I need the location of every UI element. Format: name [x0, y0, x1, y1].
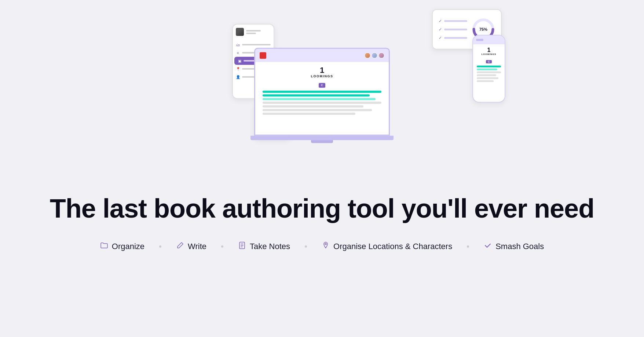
list-icon: ≡ — [236, 51, 240, 55]
text-line-teal-3 — [263, 98, 376, 100]
feature-smash-goals: Smash Goals — [484, 241, 544, 251]
pencil-icon — [176, 241, 184, 251]
location-icon: 📍 — [236, 67, 240, 71]
divider-1 — [159, 245, 161, 248]
checkmark-icon-2: ✓ — [439, 27, 442, 32]
location-pin-icon — [322, 241, 330, 251]
locations-characters-label: Organise Locations & Characters — [333, 242, 452, 251]
text-line-7 — [263, 112, 355, 115]
text-line-teal-1 — [263, 90, 381, 93]
nav-line-1 — [242, 44, 271, 45]
notes-icon — [238, 241, 246, 251]
phone-line-teal-2 — [477, 68, 497, 70]
header-line-1 — [246, 30, 261, 32]
feature-organize: Organize — [100, 241, 144, 251]
laptop-screen: 1 LOOMINGS C — [254, 48, 390, 136]
phone-chapter-tag: C — [486, 60, 491, 63]
collab-avatar-3 — [378, 52, 384, 58]
check-line-2 — [444, 29, 467, 30]
checkmark-icon-3: ✓ — [439, 36, 442, 40]
phone-line-4 — [477, 74, 496, 76]
divider-4 — [467, 245, 469, 248]
write-label: Write — [188, 242, 206, 251]
check-line-3 — [444, 37, 467, 39]
chapter-text-lines — [261, 90, 383, 115]
user-avatar — [236, 28, 244, 36]
person-icon: 👤 — [236, 75, 240, 79]
laptop-screen-header — [255, 49, 389, 62]
book-icon: ▣ — [237, 59, 242, 63]
phone-text-lines — [477, 66, 501, 82]
sidebar-header — [233, 25, 274, 39]
phone-line-teal-1 — [477, 66, 501, 67]
laptop-stand — [311, 140, 333, 143]
phone-chapter-content: 1 LOOMINGS C — [473, 44, 505, 85]
divider-2 — [221, 245, 223, 248]
goals-checks: ✓ ✓ ✓ — [439, 19, 467, 40]
svg-point-3 — [325, 243, 326, 245]
hero-illustration: ✓ ✓ ✓ 75% — [0, 0, 644, 190]
folder-icon: 🗂 — [236, 42, 240, 47]
organize-label: Organize — [112, 242, 144, 251]
collab-avatar-2 — [372, 52, 377, 58]
folder-icon — [100, 241, 108, 251]
phone-status-bar — [476, 39, 483, 41]
chapter-tag: C — [319, 83, 325, 88]
text-line-teal-2 — [263, 94, 370, 96]
laptop-chapter-content: 1 LOOMINGS C — [255, 62, 389, 119]
check-row-1: ✓ — [439, 19, 467, 23]
header-line-2 — [246, 33, 256, 34]
phone-header — [473, 36, 505, 44]
feature-locations-characters: Organise Locations & Characters — [322, 241, 452, 251]
check-line-1 — [444, 20, 467, 22]
phone-line-5 — [477, 77, 498, 79]
feature-take-notes: Take Notes — [238, 241, 290, 251]
checkmark-icon — [484, 241, 492, 251]
laptop-base — [250, 136, 394, 140]
smash-goals-label: Smash Goals — [495, 242, 544, 251]
take-notes-label: Take Notes — [250, 242, 290, 251]
feature-write: Write — [176, 241, 206, 251]
phone-line-3 — [477, 71, 501, 73]
check-row-3: ✓ — [439, 36, 467, 40]
laptop-device: 1 LOOMINGS C — [254, 48, 390, 147]
app-logo — [260, 52, 266, 59]
phone-line-6 — [477, 80, 494, 82]
feature-tags-section: Organize Write Take Notes Organise Loc — [0, 234, 644, 259]
page-headline: The last book authoring tool you'll ever… — [22, 194, 622, 223]
chapter-title: LOOMINGS — [261, 74, 383, 78]
text-line-5 — [263, 105, 363, 107]
header-lines — [246, 30, 271, 34]
main-heading-section: The last book authoring tool you'll ever… — [0, 190, 644, 234]
chapter-number: 1 — [261, 66, 383, 74]
collaborator-avatars — [365, 52, 384, 58]
phone-chapter-number: 1 — [477, 47, 501, 53]
checkmark-icon-1: ✓ — [439, 19, 442, 23]
text-line-6 — [263, 109, 372, 111]
collab-avatar-1 — [365, 52, 370, 58]
phone-chapter-title: LOOMINGS — [477, 53, 501, 55]
mobile-phone: 1 LOOMINGS C — [472, 35, 505, 103]
progress-percentage: 75% — [479, 27, 487, 32]
divider-3 — [305, 245, 307, 248]
text-line-4 — [263, 101, 381, 104]
check-row-2: ✓ — [439, 27, 467, 32]
